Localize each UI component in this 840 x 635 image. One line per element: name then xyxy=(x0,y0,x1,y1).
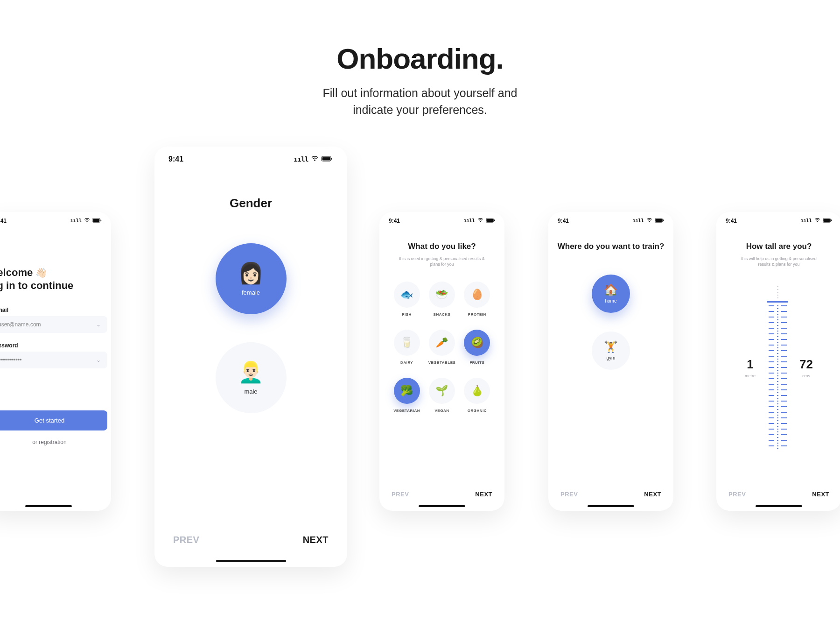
password-label: Password xyxy=(0,342,107,349)
like-circle-icon: 🐟 xyxy=(394,282,420,308)
screen-gender: 9:41 ııll Gender 👩🏻 female 👱🏻‍♂️ male xyxy=(154,147,347,567)
next-button[interactable]: NEXT xyxy=(644,491,661,498)
like-circle-icon: 🌱 xyxy=(429,378,455,404)
battery-icon xyxy=(655,218,664,224)
height-metre-display: 1 metre xyxy=(745,357,756,378)
like-label: SNACKS xyxy=(434,312,451,317)
like-circle-icon: 🥚 xyxy=(464,282,490,308)
status-icons: ııll xyxy=(70,218,102,224)
status-icons: ııll xyxy=(633,218,665,224)
gender-label: female xyxy=(242,289,260,296)
like-item-vegan[interactable]: 🌱VEGAN xyxy=(427,378,457,413)
like-item-organic[interactable]: 🍐ORGANIC xyxy=(462,378,492,413)
gym-emoji-icon: 🏋️ xyxy=(604,340,618,353)
ruler-indicator xyxy=(767,301,788,303)
like-item-dairy[interactable]: 🥛DAIRY xyxy=(392,330,422,365)
like-circle-icon: 🍐 xyxy=(464,378,490,404)
like-label: VEGETABLES xyxy=(428,360,456,365)
gender-option-female[interactable]: 👩🏻 female xyxy=(216,243,287,314)
like-label: VEGETARIAN xyxy=(393,409,420,413)
like-item-snacks[interactable]: 🥗SNACKS xyxy=(427,282,457,317)
train-option-home[interactable]: 🏠 home xyxy=(592,275,630,313)
male-emoji-icon: 👱🏻‍♂️ xyxy=(238,360,264,384)
like-label: FISH xyxy=(402,312,412,317)
or-registration-link[interactable]: or registration xyxy=(0,439,111,445)
svg-rect-4 xyxy=(322,157,330,160)
gender-title: Gender xyxy=(154,196,347,211)
ruler-scale xyxy=(777,305,778,450)
gender-option-male[interactable]: 👱🏻‍♂️ male xyxy=(216,342,287,413)
likes-title: What do you like? xyxy=(379,242,504,251)
get-started-button[interactable]: Get started xyxy=(0,410,107,430)
status-time: 9:41 xyxy=(389,218,400,224)
status-icons: ııll xyxy=(801,218,833,224)
status-time: 9:41 xyxy=(168,155,183,163)
wave-icon: 👋🏻 xyxy=(35,268,47,278)
ruler-ticks xyxy=(777,286,778,298)
like-item-fruits[interactable]: 🥝FRUITS xyxy=(462,330,492,365)
signal-icon: ııll xyxy=(464,218,476,224)
status-bar: 9:41 ııll xyxy=(0,212,111,224)
battery-icon xyxy=(321,155,333,163)
svg-rect-7 xyxy=(486,219,493,222)
status-bar: 9:41 ııll xyxy=(716,212,840,224)
home-emoji-icon: 🏠 xyxy=(604,283,618,296)
login-heading: Welcome 👋🏻 log in to continue xyxy=(0,266,111,293)
svg-rect-10 xyxy=(655,219,662,222)
home-indicator xyxy=(588,505,634,507)
next-button[interactable]: NEXT xyxy=(475,491,492,498)
like-circle-icon: 🥛 xyxy=(394,330,420,356)
like-item-vegetarian[interactable]: 🥦VEGETARIAN xyxy=(392,378,422,413)
wifi-icon xyxy=(814,218,820,224)
home-indicator xyxy=(756,505,802,507)
prev-button[interactable]: PREV xyxy=(173,535,199,545)
next-button[interactable]: NEXT xyxy=(812,491,829,498)
home-indicator xyxy=(216,560,286,562)
height-ruler-slider[interactable] xyxy=(767,286,788,450)
signal-icon: ııll xyxy=(70,218,82,224)
wifi-icon xyxy=(477,218,483,224)
next-button[interactable]: NEXT xyxy=(303,535,329,545)
prev-button[interactable]: PREV xyxy=(560,491,578,498)
like-label: PROTEIN xyxy=(468,312,486,317)
home-indicator xyxy=(419,505,465,507)
wifi-icon xyxy=(84,218,90,224)
like-label: ORGANIC xyxy=(468,409,487,413)
svg-rect-13 xyxy=(823,219,830,222)
wifi-icon xyxy=(311,155,319,163)
screen-train: 9:41 ııll Where do you want to train? 🏠 … xyxy=(548,212,673,511)
status-icons: ııll xyxy=(464,218,496,224)
train-label: home xyxy=(605,298,616,303)
like-item-vegetables[interactable]: 🥕VEGETABLES xyxy=(427,330,457,365)
metre-value: 1 xyxy=(745,357,756,372)
page-subtitle: Fill out information about yourself and … xyxy=(0,85,840,119)
home-indicator xyxy=(25,505,72,507)
prev-button[interactable]: PREV xyxy=(728,491,746,498)
password-value: •••••••••••• xyxy=(0,357,21,363)
status-bar: 9:41 ııll xyxy=(154,147,347,163)
height-cms-display: 72 cms xyxy=(799,357,813,378)
signal-icon: ııll xyxy=(294,155,308,163)
svg-rect-11 xyxy=(663,219,664,221)
status-bar: 9:41 ııll xyxy=(379,212,504,224)
status-time: 9:41 xyxy=(726,218,737,224)
like-item-fish[interactable]: 🐟FISH xyxy=(392,282,422,317)
password-field[interactable]: •••••••••••• ⌄ xyxy=(0,352,107,368)
email-field[interactable]: user@name.com ⌄ xyxy=(0,316,107,333)
like-label: FRUITS xyxy=(469,360,484,365)
cms-value: 72 xyxy=(799,357,813,372)
female-emoji-icon: 👩🏻 xyxy=(238,261,264,285)
like-circle-icon: 🥕 xyxy=(429,330,455,356)
battery-icon xyxy=(92,218,102,224)
screen-likes: 9:41 ııll What do you like? this is used… xyxy=(379,212,504,511)
train-option-gym[interactable]: 🏋️ gym xyxy=(592,332,630,370)
like-item-protein[interactable]: 🥚PROTEIN xyxy=(462,282,492,317)
signal-icon: ııll xyxy=(801,218,812,224)
chevron-down-icon: ⌄ xyxy=(96,357,101,363)
email-placeholder: user@name.com xyxy=(0,321,41,328)
status-icons: ııll xyxy=(294,155,333,163)
like-label: DAIRY xyxy=(400,360,413,365)
svg-rect-14 xyxy=(831,219,832,221)
prev-button[interactable]: PREV xyxy=(392,491,409,498)
like-circle-icon: 🥗 xyxy=(429,282,455,308)
